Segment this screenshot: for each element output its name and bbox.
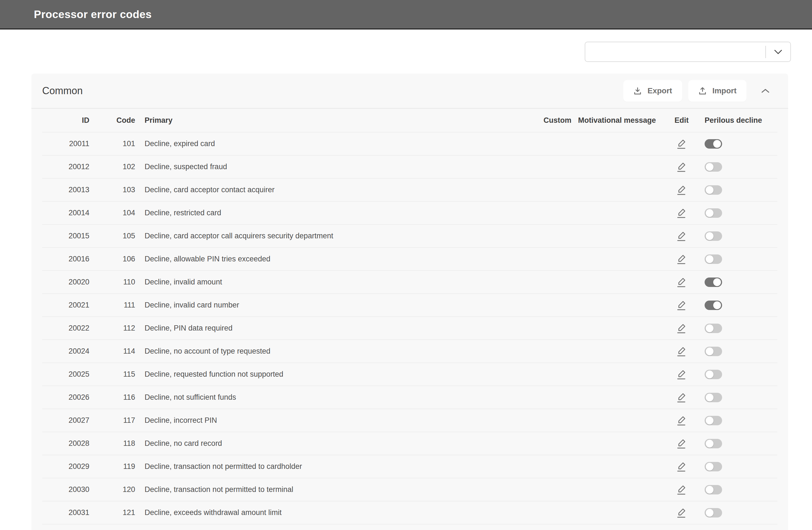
table-row: 20024 114 Decline, no account of type re… [42, 340, 777, 363]
cell-id: 20020 [42, 278, 89, 287]
cell-edit [661, 345, 702, 358]
cell-perilous-decline [702, 393, 777, 402]
chevron-down-icon[interactable] [766, 49, 791, 55]
perilous-decline-toggle[interactable] [705, 278, 722, 287]
cell-code: 114 [89, 347, 135, 355]
cell-edit [661, 206, 702, 220]
perilous-decline-toggle[interactable] [705, 301, 722, 310]
cell-primary: Decline, card acceptor call acquirers se… [135, 232, 533, 240]
toggle-knob [706, 209, 713, 217]
cell-perilous-decline [702, 232, 777, 241]
cell-edit [661, 483, 702, 497]
perilous-decline-toggle[interactable] [705, 324, 722, 333]
cell-id: 20015 [42, 232, 89, 240]
cell-perilous-decline [702, 324, 777, 333]
cell-code: 118 [89, 439, 135, 448]
cell-perilous-decline [702, 439, 777, 448]
pencil-icon [676, 507, 687, 519]
cell-id: 20027 [42, 416, 89, 425]
perilous-decline-toggle[interactable] [705, 508, 722, 517]
perilous-decline-toggle[interactable] [705, 416, 722, 425]
cell-id: 20031 [42, 508, 89, 517]
table-row: 20030 120 Decline, transaction not permi… [42, 478, 777, 501]
pencil-icon [676, 276, 687, 288]
perilous-decline-toggle[interactable] [705, 370, 722, 379]
cell-perilous-decline [702, 208, 777, 218]
cell-perilous-decline [702, 370, 777, 379]
edit-button[interactable] [675, 321, 688, 335]
export-button[interactable]: Export [623, 80, 682, 102]
cell-code: 119 [89, 462, 135, 471]
edit-button[interactable] [675, 437, 688, 450]
perilous-decline-toggle[interactable] [705, 208, 722, 218]
filter-select[interactable] [585, 42, 791, 62]
cell-code: 104 [89, 209, 135, 217]
pencil-icon [676, 484, 687, 496]
table-row: 20029 119 Decline, transaction not permi… [42, 455, 777, 478]
cell-code: 106 [89, 255, 135, 263]
edit-button[interactable] [675, 275, 688, 289]
edit-button[interactable] [675, 414, 688, 428]
cell-id: 20029 [42, 462, 89, 471]
cell-code: 112 [89, 324, 135, 333]
edit-button[interactable] [675, 252, 688, 266]
table-row: 20013 103 Decline, card acceptor contact… [42, 179, 777, 202]
cell-perilous-decline [702, 139, 777, 149]
perilous-decline-toggle[interactable] [705, 254, 722, 264]
cell-id: 20028 [42, 439, 89, 448]
cell-edit [661, 252, 702, 266]
cell-perilous-decline [702, 508, 777, 517]
cell-perilous-decline [702, 416, 777, 425]
toggle-knob [706, 417, 713, 424]
perilous-decline-toggle[interactable] [705, 185, 722, 195]
import-button[interactable]: Import [688, 80, 746, 102]
perilous-decline-toggle[interactable] [705, 232, 722, 241]
table-row: 20021 111 Decline, invalid card number [42, 294, 777, 317]
pencil-icon [676, 368, 687, 380]
column-header-edit: Edit [661, 116, 702, 125]
table-row: 20020 110 Decline, invalid amount [42, 271, 777, 294]
perilous-decline-toggle[interactable] [705, 162, 722, 172]
cell-edit [661, 460, 702, 474]
table-row: 20028 118 Decline, no card record [42, 432, 777, 455]
perilous-decline-toggle[interactable] [705, 347, 722, 356]
edit-button[interactable] [675, 483, 688, 497]
cell-edit [661, 298, 702, 312]
perilous-decline-toggle[interactable] [705, 485, 722, 494]
edit-button[interactable] [675, 183, 688, 197]
edit-button[interactable] [675, 298, 688, 312]
page-title: Processor error codes [34, 8, 152, 20]
edit-button[interactable] [675, 391, 688, 404]
cell-primary: Decline, exceeds withdrawal amount limit [135, 508, 533, 517]
edit-button[interactable] [675, 345, 688, 358]
cell-primary: Decline, incorrect PIN [135, 416, 533, 425]
toggle-knob [706, 163, 713, 171]
edit-button[interactable] [675, 460, 688, 474]
perilous-decline-toggle[interactable] [705, 439, 722, 448]
cell-edit [661, 183, 702, 197]
perilous-decline-toggle[interactable] [705, 462, 722, 471]
edit-button[interactable] [675, 160, 688, 174]
edit-button[interactable] [675, 206, 688, 220]
cell-id: 20016 [42, 255, 89, 263]
section-actions: Export Import [623, 80, 778, 102]
pencil-icon [676, 184, 687, 196]
pencil-icon [676, 253, 687, 265]
cell-primary: Decline, restricted card [135, 209, 533, 217]
collapse-section-button[interactable] [753, 80, 778, 102]
perilous-decline-toggle[interactable] [705, 139, 722, 149]
export-button-label: Export [648, 86, 672, 95]
toggle-knob [706, 371, 713, 378]
table-header-row: ID Code Primary Custom Motivational mess… [42, 109, 777, 132]
perilous-decline-toggle[interactable] [705, 393, 722, 402]
toggle-knob [713, 140, 721, 148]
pencil-icon [676, 299, 687, 311]
cell-id: 20021 [42, 301, 89, 309]
edit-button[interactable] [675, 367, 688, 381]
toggle-knob [706, 440, 713, 447]
edit-button[interactable] [675, 137, 688, 151]
cell-perilous-decline [702, 278, 777, 287]
cell-code: 110 [89, 278, 135, 287]
edit-button[interactable] [675, 229, 688, 243]
edit-button[interactable] [675, 506, 688, 520]
